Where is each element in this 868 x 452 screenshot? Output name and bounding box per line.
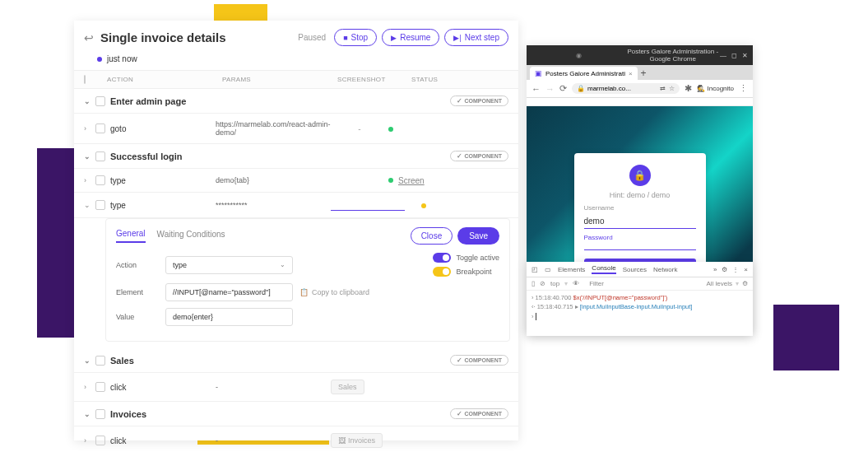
- nav-back-icon[interactable]: ←: [531, 84, 541, 94]
- chevron-right-icon[interactable]: ›: [84, 436, 95, 445]
- context-select[interactable]: top: [550, 280, 559, 287]
- filter-input[interactable]: Filter: [589, 280, 604, 287]
- username-input[interactable]: demo: [584, 217, 696, 229]
- next-step-button[interactable]: ▶|Next step: [444, 29, 508, 46]
- action-name: type: [110, 176, 216, 185]
- close-button[interactable]: Close: [411, 227, 453, 245]
- tab-console[interactable]: Console: [592, 264, 615, 274]
- action-select[interactable]: type⌄: [165, 256, 293, 274]
- screenshot-thumbnail[interactable]: Sales: [331, 380, 364, 394]
- section-invoices[interactable]: ⌄ Invoices COMPONENT: [74, 402, 518, 426]
- back-arrow-icon[interactable]: ↩: [84, 31, 94, 44]
- screenshot-input[interactable]: [331, 199, 405, 211]
- checkbox[interactable]: [95, 409, 105, 419]
- action-label: Action: [116, 261, 165, 269]
- favicon-icon: ▣: [535, 69, 542, 77]
- devtools-close-icon[interactable]: ×: [744, 266, 748, 273]
- component-badge: COMPONENT: [450, 151, 509, 161]
- sidebar-toggle-icon[interactable]: ▯: [531, 280, 535, 287]
- devtools-settings-icon[interactable]: ⚙: [722, 266, 727, 273]
- checkbox[interactable]: [95, 175, 105, 185]
- checkbox[interactable]: [95, 436, 105, 445]
- step-row-type-1[interactable]: › type demo{tab} Screen: [74, 169, 518, 193]
- chevron-right-icon[interactable]: ›: [84, 383, 95, 391]
- screen-link[interactable]: Screen: [398, 176, 425, 185]
- tab-network[interactable]: Network: [653, 266, 677, 273]
- new-tab-button[interactable]: +: [641, 68, 647, 79]
- value-input[interactable]: demo{enter}: [165, 308, 293, 326]
- nav-reload-icon[interactable]: ⟳: [559, 83, 567, 94]
- browser-tab[interactable]: ▣ Posters Galore Administrati ×: [530, 67, 638, 80]
- device-icon[interactable]: ▭: [545, 266, 551, 273]
- checkbox[interactable]: [95, 200, 105, 210]
- chevron-down-icon[interactable]: ⌄: [84, 97, 95, 105]
- toggle-active[interactable]: [433, 253, 451, 263]
- tab-elements[interactable]: Elements: [558, 266, 585, 273]
- checkbox[interactable]: [95, 123, 105, 133]
- incognito-badge: 🕵Incognito: [697, 85, 734, 92]
- step-row-goto[interactable]: › goto https://marmelab.com/react-admin-…: [74, 114, 518, 144]
- window-title: Posters Galore Administration - Google C…: [626, 48, 721, 63]
- url-bar[interactable]: 🔒 marmelab.co... ⇄ ☆: [572, 83, 680, 94]
- tab-close-icon[interactable]: ×: [629, 70, 633, 77]
- devtools-menu-icon[interactable]: ⋮: [732, 266, 739, 273]
- step-row-click-1[interactable]: › click - Sales: [74, 373, 518, 402]
- element-label: Element: [116, 288, 165, 296]
- checkbox[interactable]: [95, 382, 105, 392]
- incognito-icon: 🕵: [697, 85, 705, 92]
- tab-waiting-conditions[interactable]: Waiting Conditions: [157, 230, 225, 242]
- tab-general[interactable]: General: [116, 229, 146, 243]
- extension-icon[interactable]: ✱: [685, 83, 692, 94]
- levels-select[interactable]: All levels: [706, 280, 732, 287]
- minimize-icon[interactable]: —: [720, 52, 726, 59]
- copy-to-clipboard[interactable]: 📋Copy to clipboard: [299, 288, 369, 296]
- chevron-down-icon[interactable]: ⌄: [84, 356, 95, 365]
- step-row-type-2[interactable]: ⌄ type ***********: [74, 193, 518, 218]
- header: ↩ Single invoice details Paused ■Stop ▶R…: [74, 21, 518, 54]
- resume-button[interactable]: ▶Resume: [382, 29, 439, 46]
- chevron-right-icon[interactable]: ›: [84, 176, 95, 184]
- section-enter-admin[interactable]: ⌄ Enter admin page COMPONENT: [74, 89, 518, 114]
- section-successful-login[interactable]: ⌄ Successful login COMPONENT: [74, 144, 518, 169]
- element-input[interactable]: //INPUT[@name="password"]: [165, 283, 293, 301]
- username-label: Username: [584, 204, 696, 212]
- status-line: just now: [74, 54, 518, 70]
- chevron-down-icon[interactable]: ⌄: [84, 201, 95, 209]
- params: demo{tab}: [216, 176, 331, 184]
- console-output[interactable]: › 15:18:40.700 $x('//INPUT[@name="passwo…: [527, 291, 753, 336]
- checkbox-all[interactable]: [84, 75, 86, 84]
- chevron-down-icon[interactable]: ⌄: [84, 410, 95, 418]
- more-tabs-icon[interactable]: »: [713, 266, 717, 273]
- chevron-down-icon[interactable]: ⌄: [84, 152, 95, 161]
- section-label: Successful login: [110, 151, 182, 161]
- nav-forward-icon[interactable]: →: [545, 84, 555, 94]
- chrome-icon: ◉: [531, 52, 626, 59]
- section-sales[interactable]: ⌄ Sales COMPONENT: [74, 348, 518, 373]
- bookmark-bar: [527, 98, 753, 106]
- password-input[interactable]: Password: [584, 234, 696, 250]
- step-row-click-2[interactable]: › click - 🖼Invoices: [74, 426, 518, 452]
- stop-button[interactable]: ■Stop: [334, 29, 377, 46]
- checkbox[interactable]: [95, 96, 105, 106]
- toggle-breakpoint[interactable]: [433, 267, 451, 277]
- screenshot-thumbnail[interactable]: 🖼Invoices: [331, 433, 383, 448]
- save-button[interactable]: Save: [457, 227, 499, 245]
- chevron-right-icon[interactable]: ›: [84, 124, 95, 133]
- checkbox[interactable]: [95, 151, 105, 161]
- star-icon[interactable]: ☆: [669, 85, 675, 92]
- clipboard-icon: 📋: [299, 288, 309, 296]
- tab-sources[interactable]: Sources: [623, 266, 647, 273]
- console-command: $x('//INPUT[@name="password"]'): [573, 294, 667, 301]
- translate-icon[interactable]: ⇄: [660, 85, 666, 92]
- close-icon[interactable]: ✕: [742, 52, 748, 59]
- live-expression-icon[interactable]: 👁: [573, 280, 579, 287]
- maximize-icon[interactable]: ◻: [731, 52, 737, 59]
- inspect-icon[interactable]: ◰: [531, 266, 538, 273]
- clear-console-icon[interactable]: ⊘: [540, 280, 545, 287]
- console-settings-icon[interactable]: ⚙: [742, 280, 748, 287]
- lock-icon: 🔒: [577, 85, 585, 92]
- console-result: [input.MuiInputBase-input.MuiInput-input…: [580, 303, 693, 310]
- step-editor: General Waiting Conditions Close Save Ac…: [105, 218, 510, 342]
- checkbox[interactable]: [95, 356, 105, 366]
- menu-icon[interactable]: ⋮: [739, 83, 748, 94]
